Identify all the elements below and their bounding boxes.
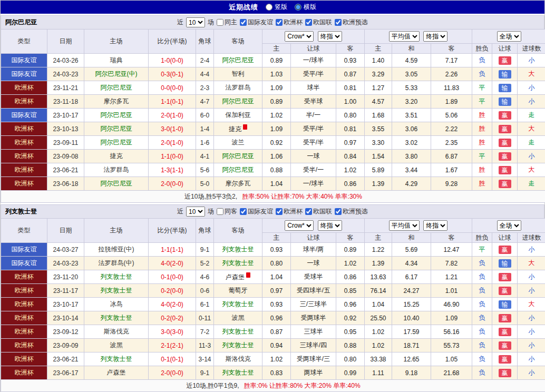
away-team-name[interactable]: 阿尔巴尼亚 [222, 152, 254, 160]
home-team-name[interactable]: 捷克 [110, 152, 123, 160]
home-team-name[interactable]: 阿尔巴尼亚 [101, 139, 132, 146]
away-team-name[interactable]: 波黑 [232, 314, 245, 321]
match-score[interactable]: 2-0(1-0) [149, 136, 196, 150]
match-score[interactable]: 0-0(0-0) [149, 81, 196, 95]
home-team-name[interactable]: 卢森堡 [107, 369, 126, 376]
avg-stage-select[interactable]: 终指 [423, 220, 447, 231]
handicap-result-cell: 赢 [492, 311, 518, 325]
home-team-name[interactable]: 阿尔巴尼亚 [101, 180, 132, 187]
match-score[interactable]: 3-0(1-0) [149, 122, 196, 136]
home-team-name[interactable]: 列支敦士登 [101, 287, 132, 294]
league-checkbox-friendly[interactable] [240, 208, 247, 215]
league-filter-nationsleague[interactable]: 欧国联 [305, 18, 332, 27]
home-team-name[interactable]: 波黑 [110, 341, 123, 349]
bookmaker-select[interactable]: Crow* [285, 31, 314, 42]
bookmaker-select[interactable]: Crow* [285, 220, 314, 231]
average-select[interactable]: 平均值 [389, 220, 420, 231]
away-team-name[interactable]: 阿尔巴尼亚 [222, 56, 254, 64]
handicap-result-cell: 赢 [492, 366, 518, 380]
layout-option-vertical[interactable]: 竖版 [266, 3, 287, 12]
home-team-name[interactable]: 拉脱维亚(中) [99, 246, 134, 253]
away-team-name[interactable]: 列支敦士登 [222, 341, 254, 349]
match-score[interactable]: 0-3(0-1) [149, 67, 196, 81]
home-team-name[interactable]: 阿尔巴尼亚(中) [95, 70, 138, 77]
home-team-name[interactable]: 阿尔巴尼亚 [101, 111, 132, 119]
league-checkbox-nationsleague[interactable] [305, 19, 312, 26]
home-team-name[interactable]: 法罗群岛 [104, 166, 129, 173]
vertical-layout-radio[interactable] [266, 4, 272, 11]
away-team-name[interactable]: 波兰 [232, 139, 245, 146]
odds-stage-select[interactable]: 终指 [318, 31, 342, 42]
match-score[interactable]: 0-2(0-2) [149, 311, 196, 325]
match-score[interactable]: 2-0(1-0) [149, 109, 196, 122]
league-type-badge: 欧洲杯 [1, 136, 47, 150]
same-venue-checkbox[interactable] [217, 208, 223, 215]
same-venue-filter[interactable]: 同主 [217, 18, 237, 27]
match-score[interactable]: 3-0(3-0) [149, 325, 196, 339]
away-team-name[interactable]: 捷克 [229, 125, 241, 133]
league-checkbox-friendly[interactable] [240, 19, 247, 26]
fulltime-select[interactable]: 全场 [497, 220, 521, 231]
away-team-name[interactable]: 列支敦士登 [222, 369, 254, 376]
layout-option-horizontal[interactable]: 横版 [295, 3, 316, 12]
home-team-name[interactable]: 斯洛伐克 [104, 328, 129, 335]
home-team-name[interactable]: 摩尔多瓦 [104, 97, 129, 105]
home-team-name[interactable]: 阿尔巴尼亚 [101, 84, 132, 91]
home-team-name[interactable]: 列支敦士登 [101, 355, 132, 362]
fulltime-select[interactable]: 全场 [497, 31, 521, 42]
away-team-name[interactable]: 列支敦士登 [222, 300, 254, 308]
home-team-name[interactable]: 法罗群岛(中) [99, 259, 134, 267]
league-checkbox-euroqual[interactable] [335, 19, 342, 26]
same-venue-filter[interactable]: 同客 [217, 207, 237, 216]
home-team-name[interactable]: 列支敦士登 [101, 273, 132, 280]
away-team-name[interactable]: 保加利亚 [226, 111, 251, 119]
match-score[interactable]: 0-1(0-1) [149, 352, 196, 366]
league-filter-euroqual[interactable]: 欧洲预选 [335, 18, 368, 27]
match-score[interactable]: 1-0(0-0) [149, 54, 196, 67]
match-count-select[interactable]: 10 [186, 207, 205, 217]
league-filter-eurocup[interactable]: 欧洲杯 [276, 18, 303, 27]
away-team-name[interactable]: 斯洛伐克 [226, 355, 251, 362]
home-team-name[interactable]: 列支敦士登 [101, 314, 132, 321]
away-team-name[interactable]: 列支敦士登 [222, 246, 254, 253]
match-score[interactable]: 0-2(0-0) [149, 284, 196, 298]
away-team-name[interactable]: 葡萄牙 [229, 287, 248, 294]
league-checkbox-eurocup[interactable] [276, 19, 283, 26]
average-select[interactable]: 平均值 [389, 31, 420, 42]
match-score[interactable]: 4-0(2-0) [149, 298, 196, 311]
match-score[interactable]: 2-0(0-0) [149, 366, 196, 380]
match-score[interactable]: 1-1(0-1) [149, 95, 196, 109]
league-filter-euroqual[interactable]: 欧洲预选 [335, 207, 368, 216]
home-team-name[interactable]: 阿尔巴尼亚 [101, 125, 132, 132]
same-venue-checkbox[interactable] [217, 19, 223, 26]
away-team-name[interactable]: 阿尔巴尼亚 [222, 97, 254, 105]
away-team-name[interactable]: 摩尔多瓦 [226, 180, 251, 187]
horizontal-layout-radio[interactable] [295, 4, 301, 11]
home-team-name[interactable]: 冰岛 [110, 300, 123, 308]
match-score[interactable]: 1-1(0-0) [149, 150, 196, 163]
match-score[interactable]: 2-0(0-0) [149, 177, 196, 191]
match-score[interactable]: 1-3(1-1) [149, 163, 196, 177]
home-team-name[interactable]: 瑞典 [110, 56, 123, 64]
away-team-name[interactable]: 卢森堡 [226, 273, 245, 281]
match-score[interactable]: 4-0(2-0) [149, 257, 196, 270]
match-score[interactable]: 1-1(1-1) [149, 243, 196, 257]
league-filter-nationsleague[interactable]: 欧国联 [305, 207, 332, 216]
league-filter-eurocup[interactable]: 欧洲杯 [276, 207, 303, 216]
away-team-name[interactable]: 阿尔巴尼亚 [222, 166, 254, 173]
avg-stage-select[interactable]: 终指 [423, 31, 447, 42]
away-team-name[interactable]: 列支敦士登 [222, 259, 254, 267]
league-filter-friendly[interactable]: 国际友谊 [240, 18, 273, 27]
league-filter-friendly[interactable]: 国际友谊 [240, 207, 273, 216]
league-checkbox-eurocup[interactable] [276, 208, 283, 215]
away-team-name[interactable]: 列支敦士登 [222, 328, 254, 335]
league-checkbox-nationsleague[interactable] [305, 208, 312, 215]
odds-stage-select[interactable]: 终指 [318, 220, 342, 231]
match-count-select[interactable]: 10 [186, 17, 205, 27]
match-score[interactable]: 2-1(2-1) [149, 339, 196, 352]
match-score[interactable]: 0-1(0-0) [149, 270, 196, 284]
away-team-name[interactable]: 智利 [232, 70, 245, 77]
league-type-badge: 欧洲杯 [1, 122, 47, 136]
away-team-name[interactable]: 法罗群岛 [226, 84, 251, 91]
league-checkbox-euroqual[interactable] [335, 208, 342, 215]
